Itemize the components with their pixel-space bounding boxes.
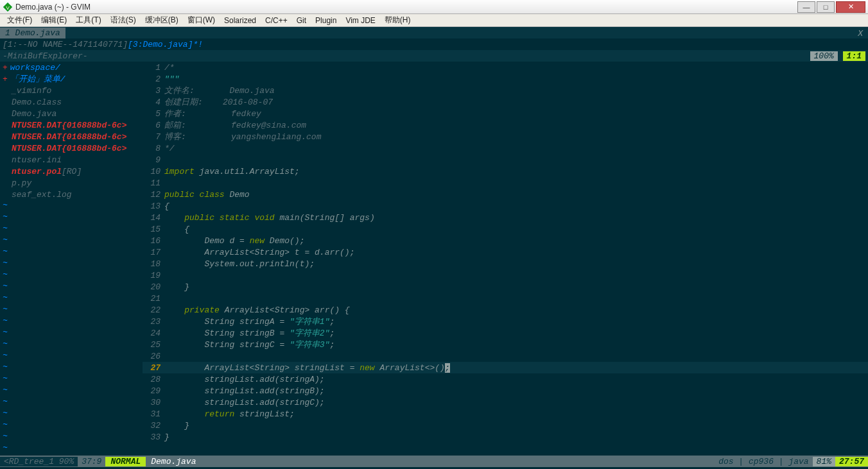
maximize-button[interactable]: □ (817, 1, 835, 13)
tree-row[interactable]: Demo.class (3, 96, 140, 108)
code-line[interactable]: 23 String stringA = "字符串1"; (143, 316, 868, 327)
code-line[interactable]: 9 (143, 154, 868, 166)
tree-dir-label: 「开始」菜单/ (10, 73, 65, 85)
menu-item[interactable]: Solarized (220, 16, 261, 25)
code-line[interactable]: 15 { (143, 223, 868, 235)
tree-empty-line: ~ (3, 385, 140, 397)
code-line[interactable]: 2""" (143, 73, 868, 85)
line-number: 12 (143, 190, 164, 200)
tree-file-label: p.py (3, 178, 31, 188)
code-line[interactable]: 28 stringList.add(stringA); (143, 373, 868, 385)
tab-active[interactable]: 1 Demo.java (0, 28, 65, 38)
line-number: 4 (143, 98, 164, 107)
menu-item[interactable]: C/C++ (261, 16, 292, 25)
buffer-active[interactable]: [3:Demo.java] (128, 40, 193, 49)
line-number: 23 (143, 317, 164, 327)
code-line[interactable]: 12public class Demo (143, 189, 868, 200)
code-line[interactable]: 25 String stringC = "字符串3"; (143, 339, 868, 350)
code-token: 邮箱: fedkey@sina.com (164, 119, 306, 131)
tree-file-label: Demo.java (3, 109, 56, 119)
code-line[interactable]: 26 (143, 350, 868, 362)
menu-item[interactable]: 编辑(E) (37, 15, 71, 26)
line-number: 21 (143, 294, 164, 303)
line-number: 8 (143, 144, 164, 153)
code-line[interactable]: 6邮箱: fedkey@sina.com (143, 119, 868, 131)
code-line[interactable]: 8*/ (143, 142, 868, 154)
tree-row[interactable]: ntuser.ini (3, 154, 140, 166)
code-line[interactable]: 7博客: yangshengliang.com (143, 131, 868, 142)
tree-row[interactable]: NTUSER.DAT{016888bd-6c> (3, 142, 140, 154)
tree-pos: 37:9 (78, 457, 105, 466)
code-line[interactable]: 29 stringList.add(stringB); (143, 385, 868, 397)
buffer-inactive[interactable]: [1:--NO NAME--1471140771] (3, 40, 128, 49)
tree-row[interactable]: p.py (3, 177, 140, 189)
code-token: ; (329, 317, 334, 327)
line-number: 18 (143, 259, 164, 269)
tree-empty-line: ~ (3, 373, 140, 385)
code-line[interactable]: 13{ (143, 200, 868, 212)
code-line[interactable]: 14 public static void main(String[] args… (143, 212, 868, 223)
line-number: 15 (143, 225, 164, 234)
expand-icon[interactable]: + (3, 74, 8, 84)
code-line[interactable]: 21 (143, 293, 868, 304)
tree-row[interactable]: Demo.java (3, 108, 140, 119)
code-token: */ (164, 144, 175, 153)
menu-item[interactable]: 语法(S) (106, 15, 141, 26)
tree-status: <RD_tree_1 90% (0, 457, 78, 466)
menubar: 文件(F)编辑(E)工具(T)语法(S)缓冲区(B)窗口(W)Solarized… (0, 14, 868, 27)
line-number: 29 (143, 386, 164, 396)
code-line[interactable]: 17 ArrayList<String> t = d.arr(); (143, 246, 868, 258)
editor-area[interactable]: 1/*2"""3文件名: Demo.java4创建日期: 2016-08-075… (143, 62, 868, 456)
close-button[interactable]: ✕ (836, 1, 865, 13)
tree-row[interactable]: +workspace/ (3, 62, 140, 73)
code-line[interactable]: 31 return stringList; (143, 408, 868, 420)
code-line[interactable]: 1/* (143, 62, 868, 73)
code-line[interactable]: 4创建日期: 2016-08-07 (143, 96, 868, 108)
code-token: System.out.println(t); (164, 259, 315, 269)
menu-item[interactable]: 工具(T) (71, 15, 105, 26)
code-line[interactable]: 32 } (143, 420, 868, 431)
code-line[interactable]: 22 private ArrayList<String> arr() { (143, 304, 868, 316)
code-line[interactable]: 24 String stringB = "字符串2"; (143, 327, 868, 339)
tree-row[interactable]: ntuser.pol [RO] (3, 166, 140, 177)
code-line[interactable]: 3文件名: Demo.java (143, 85, 868, 96)
tree-row[interactable]: NTUSER.DAT{016888bd-6c> (3, 119, 140, 131)
code-line[interactable]: 10import java.util.ArrayList; (143, 166, 868, 177)
menu-item[interactable]: 帮助(H) (380, 15, 415, 26)
menu-item[interactable]: Plugin (311, 16, 341, 25)
code-token: ; (445, 363, 450, 373)
tree-row[interactable]: NTUSER.DAT{016888bd-6c> (3, 131, 140, 142)
code-token: { (164, 225, 189, 234)
code-token: 作者: fedkey (164, 108, 261, 119)
menu-item[interactable]: 窗口(W) (183, 15, 220, 26)
code-token: stringList; (234, 409, 295, 419)
code-token: stringList.add(stringB); (164, 386, 325, 396)
tree-row[interactable]: _viminfo (3, 85, 140, 96)
tree-empty-line: ~ (3, 246, 140, 258)
code-line[interactable]: 16 Demo d = new Demo(); (143, 235, 868, 246)
line-number: 30 (143, 398, 164, 407)
code-line[interactable]: 18 System.out.println(t); (143, 258, 868, 269)
code-line[interactable]: 20 } (143, 281, 868, 293)
code-line[interactable]: 11 (143, 177, 868, 189)
tree-row[interactable]: seaf_ext.log (3, 189, 140, 200)
menu-item[interactable]: Vim JDE (341, 16, 379, 25)
code-token: 文件名: Demo.java (164, 85, 275, 96)
menu-item[interactable]: 缓冲区(B) (141, 15, 183, 26)
code-line[interactable]: 5作者: fedkey (143, 108, 868, 119)
tree-empty-line: ~ (3, 420, 140, 431)
code-line[interactable]: 27 ArrayList<String> stringList = new Ar… (143, 362, 868, 373)
expand-icon[interactable]: + (3, 63, 8, 72)
code-token: ArrayList<String> arr() { (220, 305, 350, 315)
tab-close[interactable]: X (853, 29, 868, 38)
menu-item[interactable]: Git (292, 16, 311, 25)
code-line[interactable]: 19 (143, 269, 868, 281)
menu-item[interactable]: 文件(F) (3, 15, 37, 26)
code-token: ArrayList<>() (375, 363, 445, 373)
tree-row[interactable]: +「开始」菜单/ (3, 73, 140, 85)
code-line[interactable]: 33} (143, 431, 868, 443)
code-line[interactable]: 30 stringList.add(stringC); (143, 397, 868, 408)
line-number: 9 (143, 155, 164, 165)
nerd-tree[interactable]: +workspace/+「开始」菜单/_viminfoDemo.classDem… (0, 62, 143, 456)
minimize-button[interactable]: — (797, 1, 815, 13)
